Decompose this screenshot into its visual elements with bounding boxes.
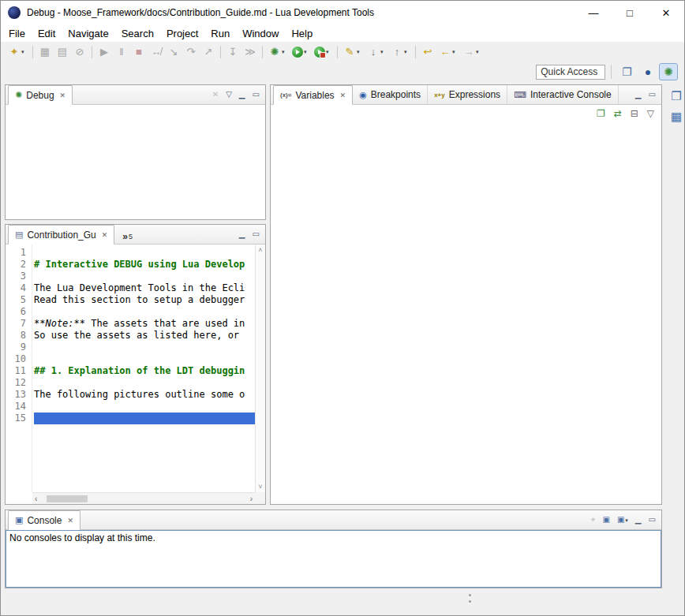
skip-breakpoints-button[interactable]: ⊘ [72, 45, 88, 59]
close-tab-icon[interactable]: ✕ [67, 517, 73, 525]
scroll-down-icon[interactable]: ˅ [258, 483, 262, 491]
save-button[interactable]: ▦ [37, 45, 53, 59]
step-return-button[interactable]: ↗ [200, 45, 216, 59]
display-console-button[interactable]: ▣ [602, 516, 609, 524]
new-button[interactable]: ✦ ▾ [6, 45, 28, 59]
code-line[interactable]: 1 [6, 247, 255, 259]
next-annotation-button[interactable]: ↓ ▾ [365, 45, 387, 59]
code-line[interactable]: 7 **Note:** The assets that are used in [6, 318, 255, 330]
editor-content[interactable]: 1 2 # Interactive DEBUG using Lua Develo… [6, 245, 265, 504]
run-button[interactable]: ▾ [290, 45, 311, 59]
debug-perspective-button[interactable]: ✺ [659, 63, 678, 80]
menu-window[interactable]: Window [236, 26, 285, 41]
menu-item-label: Run [211, 28, 230, 39]
code-line[interactable]: 14 [6, 401, 255, 413]
forward-button[interactable]: → ▾ [461, 45, 483, 59]
search-button[interactable]: ✎ ▾ [342, 45, 364, 59]
menu-search[interactable]: Search [115, 26, 160, 41]
open-perspective-button[interactable]: ❐ [617, 63, 637, 80]
code-line[interactable]: 4 The Lua Development Tools in the Ecli [6, 282, 255, 294]
menubar: File Edit Navigate Search Project Run Wi… [1, 24, 684, 42]
tab-expressions[interactable]: x+y Expressions [428, 85, 507, 104]
hidden-editors-indicator[interactable]: » 5 [114, 225, 139, 244]
line-number: 3 [6, 271, 26, 282]
close-tab-icon[interactable]: ✕ [60, 91, 66, 99]
maximize-view-button[interactable]: ▭ [253, 230, 260, 238]
last-edit-location-button[interactable]: ↩ [420, 45, 436, 59]
maximize-window-button[interactable]: □ [612, 1, 648, 24]
menu-run[interactable]: Run [204, 26, 236, 41]
step-over-button[interactable]: ↷ [183, 45, 199, 59]
close-tab-icon[interactable]: ✕ [340, 91, 346, 99]
tab-console[interactable]: ▣ Console ✕ [8, 510, 80, 530]
scroll-right-icon[interactable]: › [250, 495, 253, 503]
minimize-view-button[interactable]: ▁ [239, 91, 245, 99]
show-type-names-button[interactable]: ❐ [597, 109, 605, 118]
quick-access-input[interactable] [536, 65, 605, 80]
pin-console-button[interactable]: ⌖ [591, 516, 596, 524]
code-line[interactable]: 15 [6, 413, 255, 424]
code-line[interactable]: 12 [6, 377, 255, 389]
view-menu-button[interactable]: ▽ [647, 109, 654, 118]
tab-interactive-console[interactable]: ⌨ Interactive Console [507, 85, 619, 104]
code-line[interactable]: 5 Read this section to setup a debugger [6, 294, 255, 306]
resume-button[interactable]: ▶ [96, 45, 112, 59]
hidden-editors-count: 5 [129, 233, 133, 241]
menu-navigate[interactable]: Navigate [62, 26, 114, 41]
previous-annotation-button[interactable]: ↑ ▾ [389, 45, 411, 59]
collapse-all-button[interactable]: ⊟ [631, 109, 638, 118]
close-tab-icon[interactable]: ✕ [102, 231, 108, 239]
tab-breakpoints[interactable]: ◉ Breakpoints [353, 85, 428, 104]
external-tools-button[interactable]: ▾ [313, 45, 333, 59]
resize-handle[interactable] [468, 593, 472, 604]
show-logical-structure-button[interactable]: ⇄ [614, 109, 622, 118]
code-text [34, 401, 255, 413]
close-window-button[interactable]: ✕ [648, 1, 684, 24]
menu-file[interactable]: File [2, 26, 32, 41]
code-line[interactable]: 3 [6, 271, 255, 282]
code-line[interactable]: 2 # Interactive DEBUG using Lua Develop [6, 259, 255, 271]
code-area[interactable]: 1 2 # Interactive DEBUG using Lua Develo… [6, 245, 255, 492]
code-line[interactable]: 6 [6, 306, 255, 318]
debug-button[interactable]: ✺ ▾ [267, 45, 289, 59]
minimize-view-button[interactable]: ▁ [635, 516, 642, 524]
open-console-button[interactable]: ▣▾ [617, 516, 628, 525]
remove-terminated-button[interactable]: ✕ [212, 91, 219, 99]
scroll-left-icon[interactable]: ‹ [35, 495, 37, 503]
menu-help[interactable]: Help [285, 26, 319, 41]
code-line[interactable]: 9 [6, 342, 255, 353]
maximize-view-button[interactable]: ▭ [649, 516, 656, 524]
terminate-button[interactable]: ■ [131, 45, 147, 59]
suspend-button[interactable]: ‖ [114, 45, 129, 59]
console-icon: ▣ [15, 516, 23, 525]
restore-view-button[interactable]: ❐ [671, 90, 681, 103]
code-line[interactable]: 11 ## 1. Explanation of the LDT debuggin [6, 365, 255, 377]
menu-edit[interactable]: Edit [32, 26, 62, 41]
minimize-window-button[interactable]: — [575, 1, 612, 24]
view-menu-button[interactable]: ▽ [226, 91, 232, 99]
perspective-switcher: ❐ ● ✺ [617, 63, 678, 80]
code-line[interactable]: 13 The following pictures outline some o [6, 389, 255, 401]
tab-debug[interactable]: ✺ Debug ✕ [8, 85, 73, 105]
back-button[interactable]: ← ▾ [437, 45, 459, 59]
horizontal-scrollbar[interactable]: ‹ › [32, 492, 255, 504]
disconnect-button[interactable]: ↮ [148, 45, 164, 59]
outline-view-button[interactable]: ▦ [671, 110, 682, 123]
tab-variables[interactable]: (x)= Variables ✕ [273, 85, 353, 105]
print-button[interactable]: ▤ [54, 45, 70, 59]
minimize-view-button[interactable]: ▁ [635, 91, 642, 99]
drop-to-frame-button[interactable]: ↧ [225, 45, 241, 59]
maximize-view-button[interactable]: ▭ [253, 91, 260, 99]
minimize-view-button[interactable]: ▁ [239, 230, 245, 238]
tab-contribution-guide[interactable]: ▤ Contribution_Gu ✕ [8, 225, 114, 245]
lua-perspective-button[interactable]: ● [640, 63, 656, 80]
step-into-button[interactable]: ↘ [166, 45, 182, 59]
vertical-scrollbar[interactable]: ˄ ˅ [255, 245, 265, 492]
code-line[interactable]: 10 [6, 353, 255, 365]
maximize-view-button[interactable]: ▭ [649, 91, 656, 99]
menu-project[interactable]: Project [160, 26, 204, 41]
scrollbar-thumb[interactable] [47, 495, 88, 502]
code-line[interactable]: 8 So use the assets as listed here, or [6, 330, 255, 342]
step-filters-button[interactable]: ≫ [242, 45, 258, 59]
scroll-up-icon[interactable]: ˄ [258, 246, 262, 254]
